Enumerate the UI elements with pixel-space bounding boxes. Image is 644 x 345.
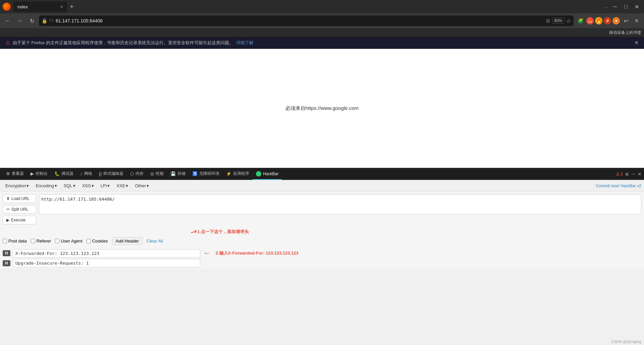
cookies-checkbox[interactable] bbox=[87, 239, 91, 243]
devtools-tab-hackbar[interactable]: HackBar bbox=[253, 168, 282, 180]
network-icon: ↕ bbox=[80, 171, 83, 176]
devtools-tab-accessibility[interactable]: ♿ 无障碍环境 bbox=[189, 168, 223, 180]
referer-checkbox-label[interactable]: Referer bbox=[31, 238, 51, 244]
zoom-badge[interactable]: 80% bbox=[552, 18, 564, 24]
active-tab[interactable]: index × bbox=[13, 1, 67, 12]
devtools-close-button[interactable]: ✕ bbox=[638, 172, 641, 177]
annotation1-container: ↗ 1.点一下这个，添加请求头 bbox=[188, 227, 644, 236]
watermark: CSDN @Q1ngling bbox=[611, 340, 641, 344]
devtools-right-controls: ⚠ 1 ⧉ ⋯ ✕ bbox=[616, 172, 641, 177]
extensions-icon[interactable]: 🧩 bbox=[576, 16, 585, 25]
performance-label: 性能 bbox=[156, 171, 164, 177]
add-header-button[interactable]: Add Header bbox=[112, 237, 143, 245]
devtools-tab-style-editor[interactable]: {} 样式编辑器 bbox=[96, 168, 127, 180]
post-data-checkbox[interactable] bbox=[3, 239, 7, 243]
execute-button[interactable]: ▶ Execute bbox=[3, 216, 36, 224]
bookmark-star-icon[interactable]: ☆ bbox=[566, 18, 571, 24]
hackbar-label: HackBar bbox=[263, 171, 278, 176]
forward-button[interactable]: → bbox=[15, 16, 25, 26]
other-menu[interactable]: Other ▾ bbox=[132, 183, 152, 189]
sql-dropdown-icon: ▾ bbox=[73, 183, 75, 188]
xxe-menu[interactable]: XXE ▾ bbox=[114, 183, 131, 189]
sql-menu[interactable]: SQL ▾ bbox=[61, 183, 78, 189]
application-label: 应用程序 bbox=[233, 171, 249, 177]
encryption-menu[interactable]: Encryption ▾ bbox=[3, 183, 32, 189]
load-url-icon: ⬆ bbox=[6, 196, 10, 201]
devtools-tab-debugger[interactable]: 🐛 调试器 bbox=[51, 168, 77, 180]
nav-bar: ← → ↻ 🔒 🛡 ⊞ 80% ☆ 🧩 🦊 🔥 ⚡ ● ↩ ≡ bbox=[0, 13, 644, 28]
address-bar-input[interactable] bbox=[56, 18, 544, 23]
inspector-label: 查看器 bbox=[12, 171, 24, 177]
memory-icon: ⬡ bbox=[130, 171, 134, 176]
warning-icon: ⚠ bbox=[5, 40, 10, 46]
performance-icon: ◎ bbox=[150, 171, 154, 176]
style-editor-label: 样式编辑器 bbox=[103, 171, 123, 177]
tab-bar: index × + bbox=[13, 0, 602, 13]
extension3-icon[interactable]: ⚡ bbox=[604, 17, 611, 24]
network-label: 网络 bbox=[84, 171, 92, 177]
reload-button[interactable]: ↻ bbox=[27, 16, 37, 26]
split-url-button[interactable]: ✂ Split URL bbox=[3, 205, 36, 214]
execute-icon: ▶ bbox=[6, 218, 9, 222]
xss-menu[interactable]: XSS ▾ bbox=[79, 183, 97, 189]
hackbar-url-area: http://61.147.171.105:64406/ bbox=[39, 194, 641, 224]
new-tab-button[interactable]: + bbox=[67, 2, 76, 11]
devtools-tab-performance[interactable]: ◎ 性能 bbox=[147, 168, 167, 180]
bookmark-bar: 移动设备上的书签 bbox=[0, 28, 644, 37]
load-url-button[interactable]: ⬆ Load URL bbox=[3, 194, 36, 203]
close-button[interactable]: ✕ bbox=[632, 2, 641, 11]
main-message: 必须来自https://www.google.com bbox=[285, 105, 359, 112]
warning-bar: ⚠ 由于某个 Firefox 的文件正被其他应用程序使用，书签和历史记录系统无法… bbox=[0, 37, 644, 49]
devtools-tab-storage[interactable]: 💾 存储 bbox=[167, 168, 189, 180]
user-agent-checkbox-label[interactable]: User Agent bbox=[55, 238, 82, 244]
extension1-icon[interactable]: 🦊 bbox=[586, 17, 594, 24]
extension2-icon[interactable]: 🔥 bbox=[595, 17, 602, 24]
encoding-dropdown-icon: ▾ bbox=[55, 183, 57, 188]
responsive-design-icon[interactable]: ⧉ bbox=[626, 172, 629, 177]
referer-checkbox[interactable] bbox=[31, 239, 35, 243]
extension4-icon[interactable]: ● bbox=[612, 17, 620, 24]
devtools-tab-network[interactable]: ↕ 网络 bbox=[77, 168, 96, 180]
title-bar: index × + ⌄ ─ □ ✕ bbox=[0, 0, 644, 13]
hackbar-menu-bar: Encryption ▾ Encoding ▾ SQL ▾ XSS ▾ LFI … bbox=[0, 180, 644, 192]
menu-button[interactable]: ≡ bbox=[632, 16, 641, 25]
back-button[interactable]: ← bbox=[3, 16, 13, 26]
devtools-tab-memory[interactable]: ⬡ 内存 bbox=[127, 168, 147, 180]
devtools-tab-application[interactable]: ⚡ 应用程序 bbox=[223, 168, 253, 180]
memory-label: 内存 bbox=[136, 171, 144, 177]
other-dropdown-icon: ▾ bbox=[147, 183, 149, 188]
console-icon: ▶ bbox=[31, 171, 34, 176]
hackbar-body: ⬆ Load URL ✂ Split URL ▶ Execute http://… bbox=[0, 192, 644, 227]
minimize-button[interactable]: ─ bbox=[610, 2, 620, 11]
inspector-icon: ⚙ bbox=[6, 171, 10, 176]
hackbar-dot-icon bbox=[256, 171, 261, 177]
maximize-button[interactable]: □ bbox=[621, 2, 631, 11]
main-content-area: 必须来自https://www.google.com bbox=[0, 49, 644, 168]
annotation1-arrow-icon: ↗ bbox=[189, 226, 199, 237]
tab-dropdown-arrow[interactable]: ⌄ bbox=[605, 5, 608, 9]
commit-label: Commit now! HackBar v2 bbox=[596, 184, 641, 188]
hackbar-url-input[interactable]: http://61.147.171.105:64406/ bbox=[39, 194, 641, 214]
encoding-menu[interactable]: Encoding ▾ bbox=[33, 183, 59, 189]
history-back-icon[interactable]: ↩ bbox=[621, 16, 631, 25]
header1-input[interactable] bbox=[12, 249, 200, 258]
post-data-checkbox-label[interactable]: Post data bbox=[3, 238, 27, 244]
warning-message: 由于某个 Firefox 的文件正被其他应用程序使用，书签和历史记录系统无法运行… bbox=[13, 40, 233, 46]
nav-right-icons: 🧩 🦊 🔥 ⚡ ● ↩ ≡ bbox=[576, 16, 641, 25]
warning-close-button[interactable]: ✕ bbox=[634, 40, 639, 46]
cookies-checkbox-label[interactable]: Cookies bbox=[87, 238, 108, 244]
devtools-tabbar: ⚙ 查看器 ▶ 控制台 🐛 调试器 ↕ 网络 {} 样式编辑器 ⬡ 内存 ◎ 性… bbox=[0, 168, 644, 180]
user-agent-checkbox[interactable] bbox=[55, 239, 59, 243]
devtools-tab-console[interactable]: ▶ 控制台 bbox=[27, 168, 51, 180]
overflow-menu-icon[interactable]: ⋯ bbox=[631, 172, 635, 177]
devtools-tab-inspector[interactable]: ⚙ 查看器 bbox=[3, 168, 27, 180]
window-controls: ─ □ ✕ bbox=[610, 2, 641, 11]
header2-input[interactable] bbox=[12, 259, 200, 267]
tab-close-button[interactable]: × bbox=[60, 4, 63, 9]
address-bar-container: 🔒 🛡 ⊞ 80% ☆ bbox=[39, 15, 574, 26]
warning-learn-more-link[interactable]: 详细了解 bbox=[236, 40, 254, 46]
lfi-menu[interactable]: LFI ▾ bbox=[98, 183, 113, 189]
clear-all-button[interactable]: Clear All bbox=[147, 238, 163, 244]
storage-icon: 💾 bbox=[170, 171, 176, 176]
hackbar-options-row: Post data Referer User Agent Cookies Add… bbox=[0, 237, 644, 248]
